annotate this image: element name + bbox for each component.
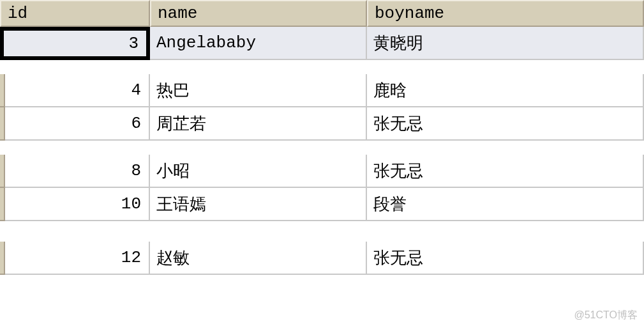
cell-id[interactable]: 8 xyxy=(5,155,150,188)
row-handle[interactable] xyxy=(0,155,5,188)
header-boyname[interactable]: boyname xyxy=(367,0,644,27)
row-handle[interactable] xyxy=(0,188,5,221)
cell-boyname[interactable]: 张无忌 xyxy=(367,107,644,141)
cell-boyname[interactable]: 黄晓明 xyxy=(367,27,644,60)
table-row[interactable]: 6 周芷若 张无忌 xyxy=(5,107,644,141)
cell-boyname[interactable]: 段誉 xyxy=(367,188,644,221)
cell-name[interactable]: Angelababy xyxy=(150,27,367,60)
row-handle[interactable] xyxy=(0,107,5,141)
gap xyxy=(0,60,644,74)
cell-id[interactable]: 10 xyxy=(5,188,150,221)
cell-id[interactable]: 6 xyxy=(5,107,150,141)
cell-name[interactable]: 小昭 xyxy=(150,155,367,188)
query-result-table: id name boyname 3 Angelababy 黄晓明 4 热巴 鹿晗… xyxy=(0,0,644,275)
table-row[interactable]: 8 小昭 张无忌 xyxy=(5,155,644,188)
table-row[interactable]: 12 赵敏 张无忌 xyxy=(5,242,644,275)
row-handle[interactable] xyxy=(0,242,5,275)
cell-name[interactable]: 周芷若 xyxy=(150,107,367,141)
header-id[interactable]: id xyxy=(0,0,150,27)
table-header-row: id name boyname xyxy=(0,0,644,27)
cell-boyname[interactable]: 鹿晗 xyxy=(367,74,644,107)
cell-id[interactable]: 4 xyxy=(5,74,150,107)
row-handle[interactable] xyxy=(0,74,5,107)
cell-boyname[interactable]: 张无忌 xyxy=(367,155,644,188)
watermark-text: @51CTO博客 xyxy=(574,309,638,322)
cell-name[interactable]: 热巴 xyxy=(150,74,367,107)
table-row[interactable]: 3 Angelababy 黄晓明 xyxy=(0,27,644,60)
gap xyxy=(0,221,644,242)
cell-boyname[interactable]: 张无忌 xyxy=(367,242,644,275)
table-row[interactable]: 4 热巴 鹿晗 xyxy=(5,74,644,107)
cell-name[interactable]: 赵敏 xyxy=(150,242,367,275)
cell-id[interactable]: 12 xyxy=(5,242,150,275)
header-name[interactable]: name xyxy=(150,0,367,27)
gap xyxy=(0,141,644,155)
table-row[interactable]: 10 王语嫣 段誉 xyxy=(5,188,644,221)
cell-id-selected[interactable]: 3 xyxy=(0,27,150,60)
cell-name[interactable]: 王语嫣 xyxy=(150,188,367,221)
